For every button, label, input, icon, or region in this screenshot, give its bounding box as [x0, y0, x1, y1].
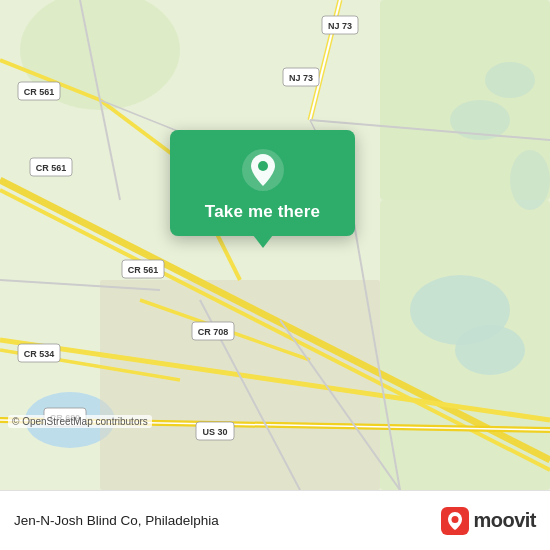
svg-text:CR 561: CR 561	[128, 265, 159, 275]
svg-rect-7	[380, 0, 550, 200]
location-label: Jen-N-Josh Blind Co, Philadelphia	[14, 513, 219, 528]
svg-text:CR 708: CR 708	[198, 327, 229, 337]
moovit-logo: moovit	[441, 507, 536, 535]
svg-text:NJ 73: NJ 73	[328, 21, 352, 31]
svg-text:CR 561: CR 561	[36, 163, 67, 173]
osm-credit: © OpenStreetMap contributors	[8, 415, 152, 428]
location-pin-icon	[241, 148, 285, 192]
svg-text:US 30: US 30	[202, 427, 227, 437]
svg-point-50	[258, 161, 268, 171]
map-container: NJ 73 NJ 73 CR 561 CR 561 CR 561 CR 708 …	[0, 0, 550, 490]
svg-point-52	[452, 516, 459, 523]
bottom-bar: Jen-N-Josh Blind Co, Philadelphia moovit	[0, 490, 550, 550]
take-me-there-label: Take me there	[205, 202, 320, 222]
svg-text:CR 534: CR 534	[24, 349, 55, 359]
moovit-text: moovit	[473, 509, 536, 532]
moovit-icon	[441, 507, 469, 535]
svg-text:CR 561: CR 561	[24, 87, 55, 97]
svg-text:NJ 73: NJ 73	[289, 73, 313, 83]
take-me-there-popup[interactable]: Take me there	[170, 130, 355, 236]
